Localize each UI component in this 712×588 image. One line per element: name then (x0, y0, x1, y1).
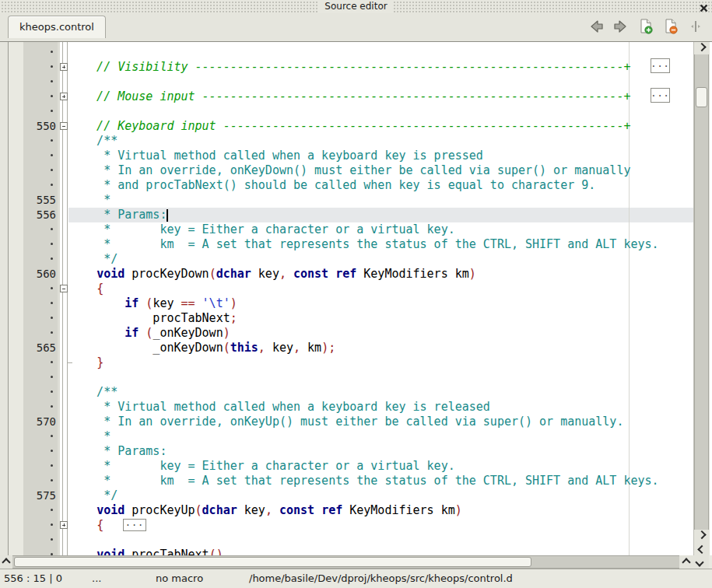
fold-collapsed-marker[interactable]: ... (651, 58, 670, 73)
line-dot (23, 75, 56, 89)
line-dot (23, 533, 56, 548)
scroll-left-button-right[interactable] (679, 555, 693, 569)
code-line[interactable]: * Params: (68, 208, 167, 222)
code-line[interactable]: // Visibility --------------------------… (68, 60, 630, 75)
scroll-right-button[interactable] (693, 555, 706, 569)
code-line[interactable]: * (68, 193, 110, 208)
go-back-icon (587, 18, 605, 35)
fold-collapsed-marker[interactable]: ... (123, 519, 146, 531)
scroll-down-button[interactable] (694, 542, 709, 555)
file-path: /home/basile/Dev/dproj/kheops/src/kheops… (249, 569, 513, 588)
code-line[interactable]: void procTabNext() (68, 548, 223, 555)
line-dot-marker (51, 450, 53, 452)
code-line[interactable]: // Keyboard input ----------------------… (68, 119, 630, 134)
add-document-button[interactable] (637, 18, 654, 35)
code-line[interactable]: { (68, 518, 103, 533)
line-dot-marker (51, 302, 53, 304)
line-dot (23, 237, 56, 252)
detach-editor-button[interactable] (687, 18, 704, 35)
tab-kheops-control[interactable]: kheops.control (8, 16, 106, 38)
vertical-scrollbar-thumb[interactable] (696, 87, 707, 107)
code-line[interactable]: void procKeyDown(dchar key, const ref Ke… (68, 267, 476, 282)
line-number: 555 (23, 193, 56, 208)
code-line[interactable]: /** (68, 385, 117, 400)
line-dot-marker (51, 65, 53, 68)
fold-end-marker (67, 362, 72, 363)
tab-bar: kheops.control (0, 13, 712, 42)
code-line[interactable]: * Virtual method called when a keyboard … (68, 400, 490, 415)
line-dot (23, 149, 56, 163)
fold-expand-box[interactable] (60, 521, 68, 529)
chevron-left-icon (682, 558, 690, 566)
line-dot (23, 385, 56, 400)
ellipsis-icon: ... (125, 520, 145, 525)
code-line[interactable]: * km = A set that represents the status … (68, 474, 659, 488)
code-line[interactable]: * In an override, onKeyDown() must eithe… (68, 163, 630, 178)
fold-collapse-box[interactable] (60, 122, 68, 130)
remove-document-button[interactable] (662, 18, 679, 35)
line-dot-marker (51, 479, 53, 481)
code-line[interactable]: * key = Either a character or a virtual … (68, 222, 455, 237)
code-view[interactable]: // Visibility --------------------------… (0, 42, 693, 555)
line-dot-marker (51, 228, 53, 230)
line-dot (23, 60, 56, 75)
code-line[interactable]: */ (68, 252, 117, 267)
macro-state: no macro (156, 569, 203, 588)
text-caret (167, 209, 168, 222)
code-line[interactable]: procTabNext; (68, 311, 237, 326)
scroll-up-button-bottom[interactable] (694, 530, 709, 542)
line-dot-marker (51, 154, 53, 156)
code-line[interactable]: * key = Either a character or a virtual … (68, 459, 455, 474)
ellipsis-icon: ... (651, 91, 670, 96)
code-line[interactable]: /** (68, 134, 117, 149)
line-dot-marker (51, 243, 53, 245)
line-dot-marker (51, 95, 53, 97)
code-line[interactable]: if (key == '\t') (68, 296, 237, 311)
line-dot (23, 429, 56, 444)
code-line[interactable]: */ (68, 488, 117, 503)
caret-position: 556 : 15 | 0 (4, 569, 62, 588)
line-dot-marker (51, 169, 53, 171)
code-line[interactable]: * km = A set that represents the status … (68, 237, 659, 252)
selection-info: ... (92, 569, 101, 588)
horizontal-scrollbar-thumb[interactable] (14, 557, 531, 567)
line-dot-marker (51, 257, 53, 260)
fold-expand-box[interactable] (60, 63, 68, 71)
line-dot (23, 503, 56, 518)
code-line[interactable]: * Params: (68, 444, 167, 459)
line-dot-marker (51, 523, 53, 526)
line-dot (23, 474, 56, 488)
line-dot (23, 370, 56, 385)
line-dot-marker (51, 405, 53, 408)
line-dot (23, 296, 56, 311)
detach-editor-icon (689, 18, 703, 35)
code-line[interactable]: } (68, 355, 103, 370)
code-line[interactable]: void procKeyUp(dchar key, const ref KeyM… (68, 503, 462, 518)
code-line[interactable]: * and procTabNext() should be called whe… (68, 178, 595, 193)
scroll-up-button[interactable] (694, 42, 709, 54)
code-line[interactable]: * Virtual method called when a keyboard … (68, 149, 483, 163)
remove-document-icon (662, 18, 679, 35)
scroll-left-button[interactable] (0, 555, 12, 569)
chevron-up-icon (697, 43, 706, 51)
go-forward-button[interactable] (612, 18, 630, 35)
code-line[interactable]: * In an override, onKeyUp() must either … (68, 415, 623, 429)
code-line[interactable]: { (68, 282, 103, 296)
fold-collapse-box[interactable] (60, 285, 68, 292)
line-number: 575 (23, 488, 56, 503)
code-line[interactable]: // Mouse input -------------------------… (68, 89, 630, 104)
fold-collapsed-marker[interactable]: ... (651, 88, 670, 103)
line-dot-marker (51, 390, 53, 393)
vertical-scrollbar-track[interactable] (694, 54, 709, 530)
line-dot-marker (51, 80, 53, 82)
line-dot-marker (51, 376, 53, 378)
code-line[interactable]: _onKeyDown(this, key, km); (68, 341, 335, 355)
close-icon[interactable] (699, 2, 709, 12)
line-dot-marker (51, 51, 53, 53)
line-dot (23, 45, 56, 60)
go-back-button[interactable] (587, 18, 605, 35)
code-line[interactable]: * (68, 429, 110, 444)
fold-expand-box[interactable] (60, 93, 68, 100)
code-line[interactable]: if (_onKeyDown) (68, 326, 230, 341)
title-bar[interactable]: Source editor (0, 0, 712, 13)
